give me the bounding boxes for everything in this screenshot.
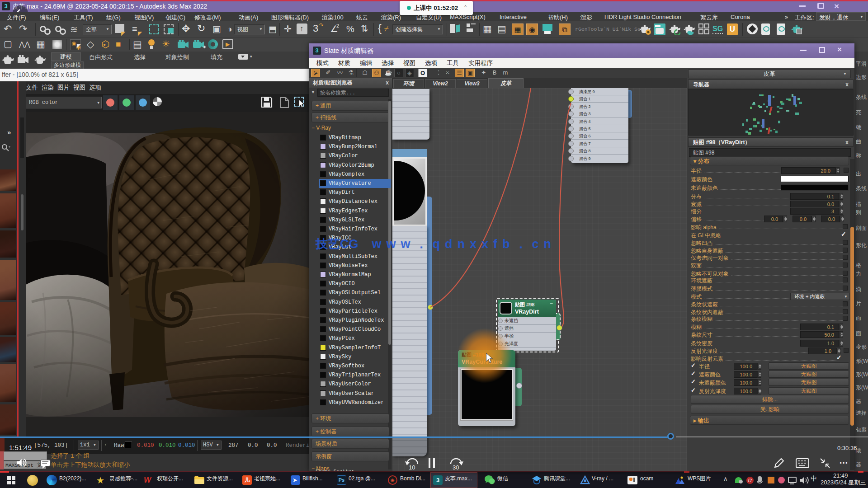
svg-text:30: 30 — [453, 464, 459, 471]
svg-text:10: 10 — [409, 464, 415, 471]
